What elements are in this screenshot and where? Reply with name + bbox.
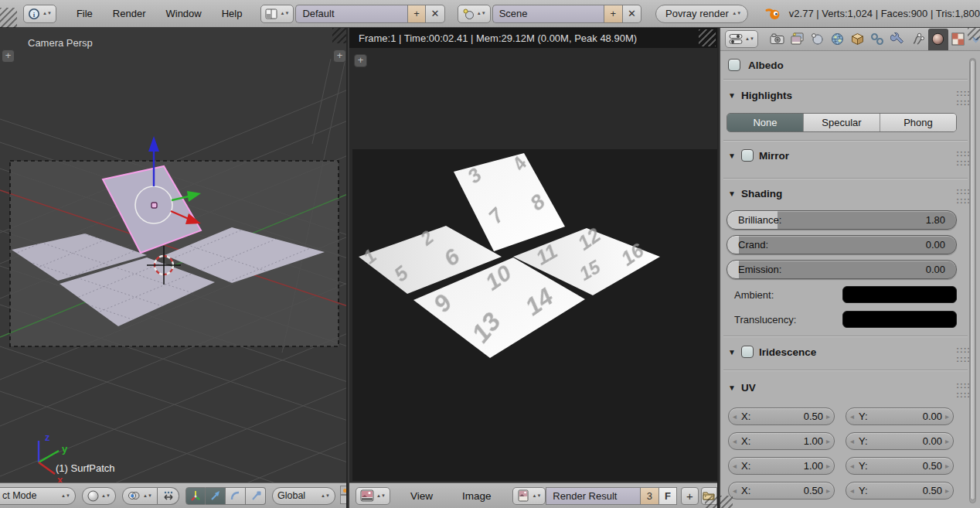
tab-material[interactable] xyxy=(928,29,948,50)
uv-y-field-1[interactable]: ◂Y:0.00▸ xyxy=(846,432,954,450)
uv-x-field-0[interactable]: ◂X:0.50▸ xyxy=(728,407,835,425)
expand-triangle-icon[interactable]: ▼ xyxy=(728,384,736,392)
tab-constraints[interactable] xyxy=(868,29,888,50)
render-layers-icon xyxy=(790,32,805,46)
panel-highlights-header[interactable]: ▼ Highlights :::::::: xyxy=(720,85,980,105)
viewport-shading-select[interactable]: ▲▼ xyxy=(82,487,116,505)
transform-orientation-select[interactable]: Global▲▼ xyxy=(272,487,335,505)
menu-file[interactable]: File xyxy=(73,8,96,19)
properties-expand-button[interactable]: + xyxy=(333,49,346,63)
rotate-manipulator-button[interactable] xyxy=(226,487,246,505)
brilliance-slider[interactable]: Brilliance:1.80 xyxy=(726,210,957,230)
menu-window[interactable]: Window xyxy=(162,8,204,19)
highlights-specular-button[interactable]: Specular xyxy=(803,114,880,131)
scale-handle-icon xyxy=(250,489,262,502)
close-layout-button[interactable]: ✕ xyxy=(426,5,445,23)
properties-header: ▲▼ xyxy=(720,28,980,51)
layer-cell[interactable] xyxy=(340,495,346,504)
toolshelf-expand-button[interactable]: + xyxy=(354,54,367,67)
manipulator-toggle-button[interactable] xyxy=(158,487,179,505)
expand-triangle-icon[interactable]: ▼ xyxy=(728,189,736,198)
translate-manipulator-button[interactable] xyxy=(206,487,226,505)
material-sphere-icon xyxy=(931,32,945,46)
uv-y-field-2[interactable]: ◂Y:0.50▸ xyxy=(846,457,954,475)
close-scene-button[interactable]: ✕ xyxy=(623,5,642,23)
pivot-point-select[interactable]: ▲▼ xyxy=(122,487,158,505)
toolshelf-expand-button[interactable]: + xyxy=(2,49,15,63)
area-corner-handle[interactable] xyxy=(0,8,17,28)
render-result-image xyxy=(349,48,719,482)
tab-object-data[interactable] xyxy=(908,29,928,50)
info-icon: i xyxy=(28,8,40,20)
area-corner-handle[interactable] xyxy=(699,29,716,46)
image-datablock-button[interactable]: ▲▼ xyxy=(512,487,546,505)
screen-layout-button[interactable]: ▲▼ xyxy=(260,5,294,23)
uv-x-field-1[interactable]: ◂X:1.00▸ xyxy=(728,432,835,450)
solid-shading-icon xyxy=(87,490,99,502)
albedo-checkbox[interactable] xyxy=(728,59,740,71)
expand-triangle-icon[interactable]: ▼ xyxy=(728,348,736,356)
viewport-header-bar: ct Mode▲▼ ▲▼ ▲▼ xyxy=(0,482,346,508)
image-name-field[interactable]: Render Result xyxy=(546,487,640,505)
render-slot-button[interactable]: 3 xyxy=(641,487,659,505)
tab-render[interactable] xyxy=(767,29,788,50)
panel-shading-header[interactable]: ▼ Shading :::::::: xyxy=(720,183,980,203)
add-layout-button[interactable]: + xyxy=(407,5,427,23)
area-corner-handle[interactable] xyxy=(332,28,348,43)
layer-cell[interactable] xyxy=(340,486,346,495)
editor-type-button[interactable]: i ▲▼ xyxy=(23,5,56,23)
svg-text:z: z xyxy=(45,431,50,443)
tab-render-layers[interactable] xyxy=(788,29,808,50)
uv-x-field-3[interactable]: ◂X:0.50▸ xyxy=(728,482,835,499)
tab-modifiers[interactable] xyxy=(888,29,908,50)
uv-x-field-2[interactable]: ◂X:1.00▸ xyxy=(728,457,835,475)
panel-iridescence-header[interactable]: ▼ Iridescence :::::::: xyxy=(720,342,980,362)
highlights-phong-button[interactable]: Phong xyxy=(880,114,956,131)
translucency-color-swatch[interactable] xyxy=(842,311,957,328)
emission-slider[interactable]: Emission:0.00 xyxy=(726,260,957,279)
scale-manipulator-button[interactable] xyxy=(246,487,266,505)
scene-browse-button[interactable]: ▲▼ xyxy=(458,5,491,23)
menu-render[interactable]: Render xyxy=(110,8,149,19)
panel-uv-header[interactable]: ▼ UV :::::::: xyxy=(720,377,980,397)
render-engine-select[interactable]: Povray render ▲▼ xyxy=(655,5,748,23)
expand-triangle-icon[interactable]: ▼ xyxy=(728,152,736,160)
fake-user-button[interactable]: F xyxy=(659,487,677,505)
iridescence-checkbox[interactable] xyxy=(741,346,754,358)
properties-scrollbar[interactable] xyxy=(969,58,976,503)
tab-texture[interactable] xyxy=(948,29,968,50)
mode-select[interactable]: ct Mode▲▼ xyxy=(0,487,76,505)
layers-widget[interactable] xyxy=(340,486,346,504)
menu-image[interactable]: Image xyxy=(459,490,495,502)
tab-object[interactable] xyxy=(848,29,868,50)
area-corner-handle[interactable] xyxy=(968,28,980,40)
menu-view[interactable]: View xyxy=(407,490,436,502)
layout-name-field[interactable]: Default xyxy=(295,5,407,23)
ambient-color-swatch[interactable] xyxy=(842,286,957,303)
scene-name-field[interactable]: Scene xyxy=(492,5,604,23)
updown-arrows-icon: ▲▼ xyxy=(732,12,741,15)
expand-triangle-icon[interactable]: ▼ xyxy=(728,91,736,100)
new-image-button[interactable]: + xyxy=(681,487,699,505)
add-scene-button[interactable]: + xyxy=(604,5,623,23)
uv-y-field-0[interactable]: ◂Y:0.00▸ xyxy=(846,407,954,425)
panel-mirror-header[interactable]: ▼ Mirror :::::::: xyxy=(720,145,980,165)
svg-text:x: x xyxy=(57,474,63,482)
highlights-none-button[interactable]: None xyxy=(727,114,803,131)
menu-help[interactable]: Help xyxy=(219,8,246,19)
image-editor-header-bar: ▲▼ View Image ▲▼ Render Result 3 F + xyxy=(349,482,717,508)
highlights-mode-segment: None Specular Phong xyxy=(726,113,957,132)
uv-y-field-3[interactable]: ◂Y:0.50▸ xyxy=(846,482,954,499)
editor-type-button[interactable]: ▲▼ xyxy=(725,30,758,48)
editor-type-button[interactable]: ▲▼ xyxy=(356,487,390,505)
translucency-row: Translucency: xyxy=(720,310,980,329)
mirror-checkbox[interactable] xyxy=(741,149,754,162)
tab-world[interactable] xyxy=(828,29,848,50)
viewport-scene: z y x xyxy=(0,28,348,482)
svg-text:y: y xyxy=(62,443,68,455)
tab-scene[interactable] xyxy=(808,29,828,50)
manipulator-axes-button[interactable] xyxy=(185,487,206,505)
crand-slider[interactable]: Crand:0.00 xyxy=(726,235,957,254)
area-corner-handle[interactable] xyxy=(705,496,717,508)
area-corner-handle[interactable] xyxy=(720,496,733,508)
